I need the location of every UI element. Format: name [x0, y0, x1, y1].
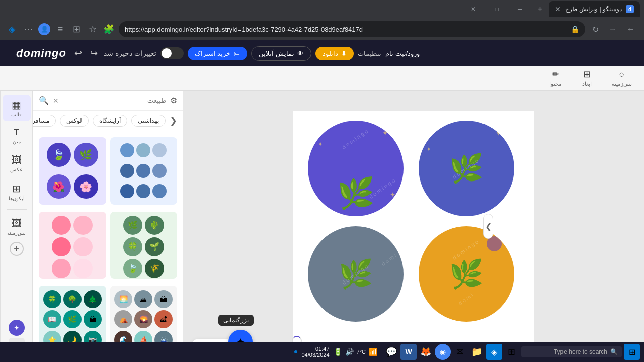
app-container: ورود/ثبت نام تنظیمات ⬇ دانلود 👁 نمایش آن…: [0, 40, 644, 362]
maximize-button[interactable]: □: [485, 1, 508, 17]
taskbar: ⊞ 🔍 Type here to search ⊞ ◈ 📁 ✉ ◉ 🦊 W 💬 …: [0, 342, 644, 362]
filter-button[interactable]: ⚙: [170, 96, 177, 105]
panel-item-background[interactable]: 🖼 پس‌زمینه: [3, 214, 31, 240]
preview-circle: [52, 216, 71, 235]
add-template-button-3[interactable]: 🛒: [160, 261, 174, 276]
design-circle-2[interactable]: 🌿 domingo ✦ ✦: [419, 121, 514, 216]
preview-button[interactable]: 👁 نمایش آنلاین: [251, 46, 311, 61]
panel-item-photo[interactable]: 🖼 عکس: [3, 150, 31, 176]
preview-circle: 🌺: [47, 174, 71, 199]
profile-button[interactable]: 👤: [38, 23, 50, 35]
taskbar-app-firefox[interactable]: 🦊: [418, 344, 434, 360]
tool-dimensions[interactable]: ⊞ ابعاد: [578, 67, 596, 89]
collections-icon[interactable]: ⊞: [70, 23, 83, 35]
taskbar-search-icon: 🔍: [610, 348, 618, 355]
taskbar-app-explorer[interactable]: 📁: [469, 344, 485, 360]
template-search-input[interactable]: [63, 97, 166, 104]
undo-button[interactable]: ↩: [72, 46, 84, 61]
favorites-icon[interactable]: ☆: [87, 23, 99, 35]
panel-collapse-handle[interactable]: ❯: [483, 214, 493, 239]
design-circle-3[interactable]: 🌿 domingo domi: [308, 226, 404, 322]
start-button[interactable]: ⊞: [624, 344, 640, 360]
minimize-button[interactable]: ─: [508, 1, 531, 17]
more-options-icon[interactable]: ⋯: [22, 23, 34, 35]
notification-indicator[interactable]: [294, 350, 297, 353]
login-button[interactable]: ورود/ثبت نام: [385, 50, 420, 57]
redo-button[interactable]: ↪: [88, 46, 100, 61]
add-template-button-4[interactable]: 🛒: [89, 261, 103, 276]
tab-favicon: d: [626, 5, 634, 13]
template-card-2[interactable]: 🌿 🍃 🌸 🌺 🛒: [39, 137, 106, 205]
search-clear-button[interactable]: ✕: [53, 97, 59, 105]
canvas-inner: 🌿 domingo domingo ✦ ✦ ✦ 🌿 domingo ✦ ✦: [293, 111, 534, 342]
category-luxury[interactable]: لوکس: [60, 115, 89, 127]
design-circle-4[interactable]: 🌿 domingo domi: [419, 226, 514, 322]
template-card-1[interactable]: 🛒: [110, 137, 178, 205]
template-panel: ⚙ ✕ 🔍 ❮ بهداشتی آرایشگاه لوکس مسافرت: [32, 90, 183, 362]
panel-item-text[interactable]: T متن: [3, 123, 31, 148]
design-circle-1[interactable]: 🌿 domingo domingo ✦ ✦ ✦: [308, 121, 404, 216]
theme-toggle[interactable]: [160, 47, 184, 59]
taskbar-app-teams[interactable]: 💬: [383, 344, 399, 360]
preview-circle: ⛺: [114, 310, 132, 328]
reading-view-icon[interactable]: ≡: [54, 23, 66, 35]
tab-close-button[interactable]: ✕: [555, 5, 561, 13]
preview-circle: [52, 259, 71, 278]
bg-label: پس‌زمینه: [7, 230, 26, 236]
preview-circle: 🌿: [74, 143, 98, 167]
close-window-button[interactable]: ✕: [462, 1, 485, 17]
preview-circle: 🌿: [63, 310, 82, 328]
add-template-button-2[interactable]: 🛒: [89, 188, 103, 202]
active-tab[interactable]: d دومینگو | ویرایش طرح ✕: [549, 1, 640, 17]
canvas-area[interactable]: 🌿 domingo domingo ✦ ✦ ✦ 🌿 domingo ✦ ✦: [183, 90, 644, 362]
refresh-button[interactable]: ↻: [589, 23, 602, 36]
battery-icon: 🔋: [334, 348, 342, 356]
category-health[interactable]: بهداشتی: [131, 115, 166, 127]
edge-icon[interactable]: ◈: [6, 23, 18, 35]
taskbar-search-bar[interactable]: 🔍 Type here to search: [521, 346, 622, 357]
ai-button[interactable]: ✦: [9, 320, 25, 336]
taskbar-app-mail[interactable]: ✉: [452, 344, 468, 360]
mini-circle: [120, 143, 134, 157]
dark-mode-off: [173, 48, 183, 58]
toggle-knob: [162, 48, 172, 58]
category-travel[interactable]: مسافرت: [33, 115, 56, 127]
new-tab-button[interactable]: +: [533, 4, 547, 15]
add-template-button[interactable]: 🛒: [160, 188, 174, 202]
download-button[interactable]: ⬇ دانلود: [315, 47, 354, 60]
template-card-3[interactable]: 🌵 🌿 🌱 🍀 🌾 🍃 🌸 🌺 🌹 🛒: [110, 212, 178, 279]
panel-item-template[interactable]: ▦ قالب: [3, 95, 31, 121]
time-display: 01:47: [301, 346, 329, 352]
extensions-icon[interactable]: 🧩: [103, 23, 115, 35]
tool-content[interactable]: ✏ محتوا: [545, 67, 566, 89]
template-row: [120, 143, 167, 157]
category-back-button[interactable]: ❮: [170, 115, 177, 126]
volume-icon: 🔊: [345, 348, 354, 356]
icons-icon: ⊞: [12, 183, 21, 195]
preview-circle: 🌳: [63, 290, 82, 308]
category-beauty[interactable]: آرایشگاه: [93, 115, 127, 127]
taskbar-app-grid[interactable]: ⊞: [503, 344, 519, 360]
right-icon-panel: ▦ قالب T متن 🖼 عکس ⊞ آیکون‌ها 🖼 پس‌زمینه…: [0, 90, 32, 362]
taskbar-app-chrome[interactable]: ◉: [435, 344, 451, 360]
icons-label: آیکون‌ها: [9, 196, 25, 201]
chrome-taskbar-icon: ◉: [440, 348, 446, 356]
preview-circle: 🏕: [154, 310, 173, 328]
preview-circle: [52, 237, 71, 256]
mini-circle: [152, 164, 167, 178]
tab-bar: d دومینگو | ویرایش طرح ✕ + ─ □ ✕: [0, 0, 644, 18]
taskbar-app-word[interactable]: W: [400, 344, 417, 360]
url-bar[interactable]: 🔒 https://app.domingo.ir/editor?industry…: [119, 21, 585, 37]
taskbar-app-edge[interactable]: ◈: [486, 344, 502, 360]
subscribe-button[interactable]: 🏷 خرید اشتراک: [188, 47, 248, 60]
back-button[interactable]: ←: [624, 23, 638, 36]
add-element-button[interactable]: +: [10, 242, 24, 256]
template-card-4[interactable]: 🛒: [39, 212, 106, 279]
tool-background[interactable]: ○ پس‌زمینه: [608, 67, 636, 89]
panel-item-icons[interactable]: ⊞ آیکون‌ها: [3, 178, 31, 205]
settings-button[interactable]: تنظیمات: [358, 50, 381, 57]
forward-button[interactable]: →: [606, 23, 620, 36]
background-label: پس‌زمینه: [612, 81, 632, 87]
preview-circle: 🍃: [123, 259, 142, 278]
app-logo: domingo: [16, 47, 66, 60]
